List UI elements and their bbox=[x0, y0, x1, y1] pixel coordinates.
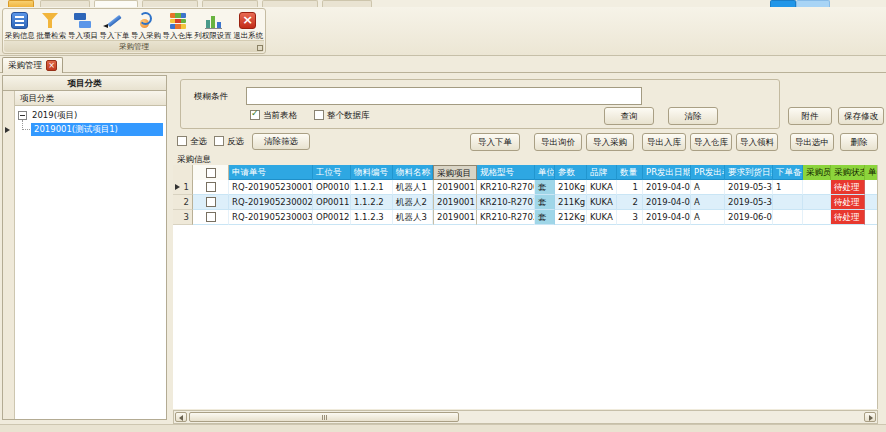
query-button[interactable]: 查询 bbox=[604, 107, 654, 125]
tree-header[interactable]: 项目分类 bbox=[15, 91, 166, 106]
column-header-order_note[interactable]: 下单备注 bbox=[773, 165, 803, 180]
window-tab-fragment[interactable] bbox=[322, 0, 372, 7]
scrollbar-right-arrow-icon[interactable] bbox=[864, 412, 876, 422]
cell-spec: KR210-R2702 bbox=[477, 210, 535, 225]
clear-button[interactable]: 清除 bbox=[668, 107, 718, 125]
column-header-station[interactable]: 工位号 bbox=[313, 165, 351, 180]
tree-row-indicator-gutter bbox=[3, 91, 15, 419]
window-tab-fragment[interactable] bbox=[262, 0, 318, 7]
cell-req_no: RQ-201905230002 bbox=[229, 195, 313, 210]
invert-selection-checkbox[interactable]: 反选 bbox=[214, 136, 246, 148]
column-header-req_no[interactable]: 申请单号 bbox=[229, 165, 313, 180]
import-order-button[interactable]: 导入下单 bbox=[470, 133, 520, 151]
ribbon-button-import-warehouse[interactable]: 导入仓库 bbox=[162, 10, 194, 43]
ribbon-button-label: 导入下单 bbox=[99, 31, 129, 40]
column-header-due_date[interactable]: 要求到货日期 bbox=[725, 165, 773, 180]
scrollbar-left-arrow-icon[interactable] bbox=[175, 412, 187, 422]
refresh-icon bbox=[135, 11, 157, 31]
window-tab-fragment[interactable] bbox=[202, 0, 258, 7]
export-selected-button[interactable]: 导出选中 bbox=[790, 133, 834, 151]
clear-filter-button[interactable]: 清除筛选 bbox=[252, 133, 310, 150]
status-badge: 待处理 bbox=[831, 180, 865, 195]
column-header-status[interactable]: 采购状态 bbox=[831, 165, 865, 180]
window-tab-fragment[interactable] bbox=[94, 0, 138, 7]
ribbon-button-exit-system[interactable]: 退出系统 bbox=[232, 10, 264, 43]
table-row[interactable]: 2RQ-201905230002OP00111.1.2.2机器人22019001… bbox=[173, 195, 877, 210]
checkbox-label: 反选 bbox=[227, 136, 244, 146]
column-header-pr_date[interactable]: PR发出日期 bbox=[643, 165, 691, 180]
cell-unit: 套 bbox=[535, 180, 555, 195]
ribbon-button-import-purchase[interactable]: 导入采购 bbox=[130, 10, 162, 43]
cell-project: 2019001 bbox=[433, 195, 477, 210]
funnel-icon bbox=[40, 11, 62, 31]
checkbox-label: 当前表格 bbox=[263, 110, 297, 120]
cell-due_date: 2019-05-31 bbox=[725, 195, 773, 210]
delete-button[interactable]: 删除 bbox=[840, 133, 878, 151]
column-header-ind[interactable] bbox=[173, 165, 193, 180]
column-header-unit[interactable]: 单位 bbox=[535, 165, 555, 180]
cell-unit: 套 bbox=[535, 210, 555, 225]
ribbon-button-import-order[interactable]: 导入下单 bbox=[99, 10, 131, 43]
window-control-fragment[interactable] bbox=[770, 0, 796, 7]
ribbon-button-import-project[interactable]: 导入项目 bbox=[67, 10, 99, 43]
column-header-chk[interactable] bbox=[193, 165, 229, 180]
column-header-param[interactable]: 参数 bbox=[555, 165, 587, 180]
import-purchase-button[interactable]: 导入采购 bbox=[586, 133, 634, 151]
row-checkbox[interactable] bbox=[206, 197, 216, 207]
window-control-fragment[interactable] bbox=[796, 0, 830, 7]
fuzzy-condition-input[interactable] bbox=[246, 87, 642, 105]
panel-caption: 项目分类 bbox=[2, 75, 167, 91]
window-tab-fragment[interactable] bbox=[8, 0, 34, 7]
column-header-buyer[interactable]: 采购员 bbox=[803, 165, 831, 180]
ribbon-button-purchase-info[interactable]: 采购信息 bbox=[4, 10, 36, 43]
select-all-checkbox[interactable]: 全选 bbox=[177, 136, 209, 148]
table-row[interactable]: 3RQ-201905230003OP00121.1.2.3机器人32019001… bbox=[173, 210, 877, 225]
scrollbar-thumb[interactable] bbox=[189, 412, 459, 422]
checkbox-icon[interactable] bbox=[250, 110, 260, 120]
column-header-pr_by[interactable]: PR发出者 bbox=[691, 165, 725, 180]
tree-node-2019[interactable]: 2019(项目) bbox=[15, 109, 166, 122]
window-tab-fragment[interactable] bbox=[40, 0, 90, 7]
cell-station: OP0010 bbox=[313, 180, 351, 195]
import-warehouse-button[interactable]: 导入仓库 bbox=[690, 133, 732, 151]
window-bottom-edge bbox=[0, 424, 886, 432]
column-header-mat_name[interactable]: 物料名称 bbox=[393, 165, 433, 180]
export-inbound-button[interactable]: 导出入库 bbox=[642, 133, 686, 151]
pencil-icon bbox=[103, 11, 125, 31]
checkbox-icon[interactable] bbox=[314, 110, 324, 120]
group-dialog-launcher-icon[interactable] bbox=[257, 45, 263, 51]
collapse-icon[interactable] bbox=[18, 111, 27, 120]
export-inquiry-button[interactable]: 导出询价 bbox=[534, 133, 582, 151]
header-checkbox[interactable] bbox=[206, 168, 216, 178]
h-scrollbar[interactable] bbox=[173, 410, 878, 424]
ribbon-button-column-permission[interactable]: 列权限设置 bbox=[193, 10, 232, 43]
attachment-button[interactable]: 附件 bbox=[788, 107, 832, 125]
cell-mat_name: 机器人2 bbox=[393, 195, 433, 210]
column-header-brand[interactable]: 品牌 bbox=[587, 165, 617, 180]
import-material-button[interactable]: 导入领料 bbox=[736, 133, 778, 151]
cell-chk bbox=[193, 180, 229, 195]
checkbox-icon[interactable] bbox=[214, 136, 224, 146]
window-tab-fragment[interactable] bbox=[142, 0, 198, 7]
current-table-checkbox[interactable]: 当前表格 bbox=[250, 110, 299, 122]
whole-database-checkbox[interactable]: 整个数据库 bbox=[314, 110, 372, 122]
document-tab-procurement[interactable]: 采购管理 × bbox=[2, 57, 63, 73]
ribbon-button-batch-search[interactable]: 批量检索 bbox=[36, 10, 68, 43]
project-tree-panel: 项目分类 2019(项目) 2019001(测试项目1) bbox=[2, 90, 167, 420]
column-header-qty[interactable]: 数量 bbox=[617, 165, 643, 180]
column-header-mat_no[interactable]: 物料编号 bbox=[351, 165, 393, 180]
column-header-project[interactable]: 采购项目 bbox=[433, 165, 477, 180]
tree-node-2019001[interactable]: 2019001(测试项目1) bbox=[15, 123, 166, 136]
cell-unit: 套 bbox=[535, 195, 555, 210]
close-icon[interactable]: × bbox=[46, 60, 57, 71]
checkbox-icon[interactable] bbox=[177, 136, 187, 146]
column-header-spec[interactable]: 规格型号 bbox=[477, 165, 535, 180]
row-checkbox[interactable] bbox=[206, 212, 216, 222]
cell-station: OP0011 bbox=[313, 195, 351, 210]
cell-buyer bbox=[803, 180, 831, 195]
save-changes-button[interactable]: 保存修改 bbox=[838, 107, 884, 125]
row-checkbox[interactable] bbox=[206, 182, 216, 192]
column-header-price[interactable]: 单价 bbox=[865, 165, 878, 180]
table-row[interactable]: 1RQ-201905230001OP00101.1.2.1机器人12019001… bbox=[173, 180, 877, 195]
ribbon-button-label: 采购信息 bbox=[5, 31, 35, 40]
